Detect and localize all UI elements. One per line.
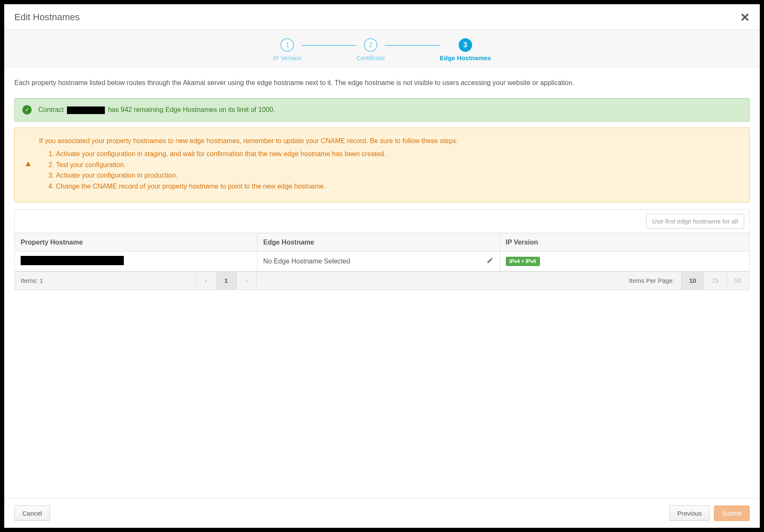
modal-header: Edit Hostnames ✕ xyxy=(4,4,760,30)
warning-step: Change the CNAME record of your property… xyxy=(56,181,740,192)
table-row: No Edge Hostname Selected IPv4 + IPv6 xyxy=(15,251,749,271)
col-edge-hostname: Edge Hostname xyxy=(257,233,500,251)
use-first-edge-button[interactable]: Use first edge hostname for all xyxy=(646,214,744,229)
prev-page-button[interactable]: ‹ xyxy=(196,272,216,290)
step-circle: 2 xyxy=(364,38,377,52)
submit-button[interactable]: Submit xyxy=(714,505,750,521)
redacted-hostname xyxy=(21,256,124,265)
cancel-button[interactable]: Cancel xyxy=(14,505,50,521)
warning-steps-list: Activate your configuration in staging, … xyxy=(56,149,740,192)
step-circle: 3 xyxy=(459,38,472,52)
step-circle: 1 xyxy=(280,38,294,52)
per-page-50[interactable]: 50 xyxy=(727,272,749,290)
per-page-25[interactable]: 25 xyxy=(704,272,727,290)
table-header-row: Property Hostname Edge Hostname IP Versi… xyxy=(15,233,749,251)
hostnames-table: Property Hostname Edge Hostname IP Versi… xyxy=(15,233,749,271)
ip-version-badge: IPv4 + IPv6 xyxy=(506,257,540,266)
modal-footer: Cancel Previous Submit xyxy=(4,498,760,528)
cell-edge-hostname: No Edge Hostname Selected xyxy=(257,251,500,271)
step-ip-version[interactable]: 1 IP Version xyxy=(273,38,302,61)
page-number[interactable]: 1 xyxy=(216,272,236,290)
items-count: Items: 1 xyxy=(15,273,196,288)
cell-ip-version: IPv4 + IPv6 xyxy=(500,251,749,271)
col-ip-version: IP Version xyxy=(500,233,749,251)
success-alert: ✓ Contract has 942 remaining Edge Hostna… xyxy=(14,98,750,122)
chevron-left-icon: ‹ xyxy=(205,276,208,285)
redacted-contract-id xyxy=(67,106,105,114)
step-label: Edge Hostnames xyxy=(440,54,491,61)
table-toolbar: Use first edge hostname for all xyxy=(15,210,749,233)
previous-button[interactable]: Previous xyxy=(669,505,710,521)
edit-hostnames-modal: Edit Hostnames ✕ 1 IP Version 2 Certific… xyxy=(4,4,760,528)
warning-step: Activate your configuration in staging, … xyxy=(56,149,740,160)
step-edge-hostnames[interactable]: 3 Edge Hostnames xyxy=(440,38,491,61)
stepper-bar: 1 IP Version 2 Certificate 3 Edge Hostna… xyxy=(4,30,760,68)
modal-title: Edit Hostnames xyxy=(14,12,80,23)
table-footer: Items: 1 ‹ 1 › Items Per Page: 10 25 50 xyxy=(15,271,749,290)
warning-step: Test your configuration. xyxy=(56,160,740,170)
per-page-controls: Items Per Page: 10 25 50 xyxy=(622,272,749,290)
close-icon: ✕ xyxy=(740,11,750,24)
close-button[interactable]: ✕ xyxy=(740,12,750,24)
modal-body: Each property hostname listed below rout… xyxy=(4,68,760,498)
warning-alert: ▲ If you associated your property hostna… xyxy=(14,128,750,202)
pager: ‹ 1 › xyxy=(196,272,256,290)
warning-icon: ▲ xyxy=(24,159,32,168)
success-suffix: has 942 remaining Edge Hostnames on its … xyxy=(108,106,275,113)
warning-lead: If you associated your property hostname… xyxy=(39,136,740,146)
intro-text: Each property hostname listed below rout… xyxy=(14,78,750,88)
step-connector xyxy=(302,45,356,46)
edit-icon[interactable] xyxy=(486,257,494,266)
step-certificate[interactable]: 2 Certificate xyxy=(356,38,385,61)
step-connector xyxy=(385,45,440,46)
warning-content: If you associated your property hostname… xyxy=(39,136,740,192)
warning-step: Activate your configuration in productio… xyxy=(56,170,740,181)
step-label: IP Version xyxy=(273,54,302,61)
hostnames-table-container: Use first edge hostname for all Property… xyxy=(14,209,750,290)
success-prefix: Contract xyxy=(38,106,64,113)
wizard-stepper: 1 IP Version 2 Certificate 3 Edge Hostna… xyxy=(4,38,760,61)
per-page-label: Items Per Page: xyxy=(622,277,681,284)
edge-hostname-value: No Edge Hostname Selected xyxy=(263,258,350,265)
col-property-hostname: Property Hostname xyxy=(15,233,257,251)
cell-property-hostname xyxy=(15,251,257,271)
next-page-button[interactable]: › xyxy=(236,272,256,290)
chevron-right-icon: › xyxy=(245,276,248,285)
success-message: Contract has 942 remaining Edge Hostname… xyxy=(38,104,742,115)
per-page-10[interactable]: 10 xyxy=(681,272,704,290)
check-icon: ✓ xyxy=(22,105,32,114)
step-label: Certificate xyxy=(356,54,385,61)
